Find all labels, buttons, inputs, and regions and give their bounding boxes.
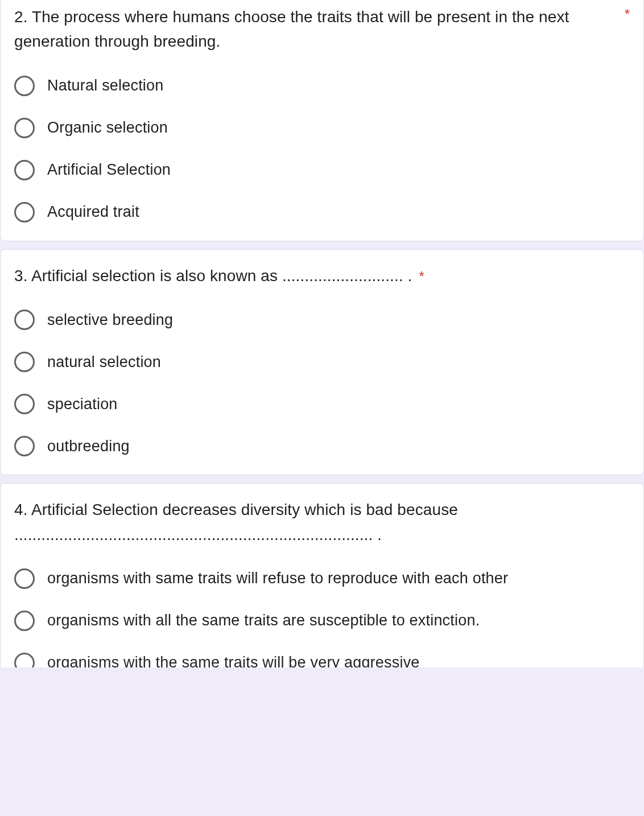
question-card-3: 3. Artificial selection is also known as… [0,249,644,475]
option-organic-selection[interactable]: Organic selection [14,118,630,138]
option-susceptible-extinction[interactable]: organisms with all the same traits are s… [14,611,630,631]
question-text: 3. Artificial selection is also known as… [14,263,630,288]
option-selective-breeding[interactable]: selective breeding [14,310,630,330]
radio-icon [14,611,35,631]
question-card-2: 2. The process where humans choose the t… [0,0,644,241]
option-very-aggressive[interactable]: organisms with the same traits will be v… [14,653,630,667]
radio-icon [14,118,35,138]
option-outbreeding[interactable]: outbreeding [14,436,630,456]
option-label: organisms with all the same traits are s… [47,612,480,629]
required-asterisk: * [625,5,630,24]
question-text: 4. Artificial Selection decreases divers… [14,497,630,547]
radio-icon [14,653,35,667]
option-label: organisms with same traits will refuse t… [47,570,508,587]
option-label: organisms with the same traits will be v… [47,654,420,667]
radio-icon [14,436,35,456]
question-text: 2. The process where humans choose the t… [14,5,620,54]
radio-icon [14,394,35,414]
options-group: organisms with same traits will refuse t… [14,568,630,667]
option-acquired-trait[interactable]: Acquired trait [14,202,630,222]
options-group: selective breeding natural selection spe… [14,310,630,456]
radio-icon [14,568,35,589]
option-label: natural selection [47,353,161,371]
question-card-4: 4. Artificial Selection decreases divers… [0,483,644,667]
question-header: 2. The process where humans choose the t… [14,5,630,54]
radio-icon [14,76,35,96]
option-label: outbreeding [47,438,130,455]
radio-icon [14,160,35,180]
question-text-content: 3. Artificial selection is also known as… [14,267,412,285]
question-header: 4. Artificial Selection decreases divers… [14,497,630,547]
option-artificial-selection[interactable]: Artificial Selection [14,160,630,180]
option-natural-selection[interactable]: Natural selection [14,76,630,96]
option-label: Organic selection [47,119,168,137]
option-label: Artificial Selection [47,161,171,179]
option-label: Acquired trait [47,203,139,221]
option-refuse-reproduce[interactable]: organisms with same traits will refuse t… [14,568,630,589]
option-speciation[interactable]: speciation [14,394,630,414]
required-asterisk: * [419,269,424,284]
radio-icon [14,352,35,372]
option-label: selective breeding [47,311,173,329]
question-header: 3. Artificial selection is also known as… [14,263,630,288]
option-label: Natural selection [47,77,164,94]
radio-icon [14,310,35,330]
options-group: Natural selection Organic selection Arti… [14,76,630,222]
option-label: speciation [47,395,118,413]
option-natural-selection[interactable]: natural selection [14,352,630,372]
radio-icon [14,202,35,222]
